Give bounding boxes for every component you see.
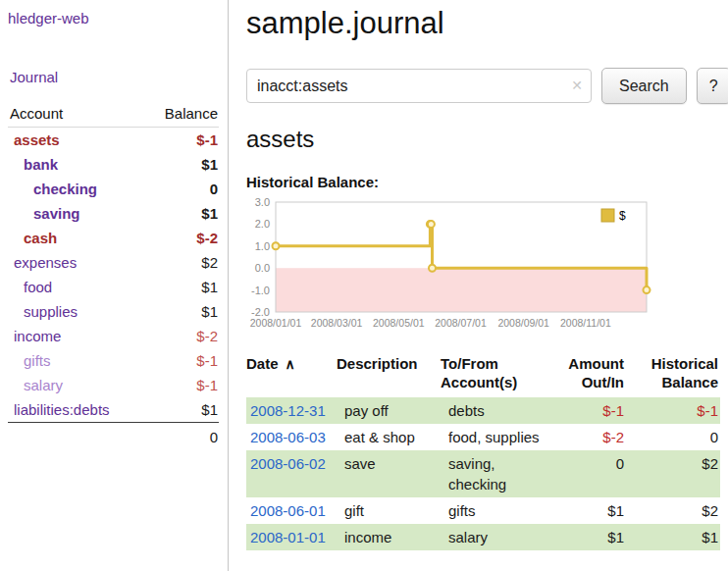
svg-text:2008/01/01: 2008/01/01 xyxy=(250,317,302,329)
transaction-description: pay off xyxy=(337,397,441,424)
register-row: 2008-06-03 eat & shop food, supplies $-2… xyxy=(246,424,720,450)
account-row-liabilities-debts: liabilities:debts $1 xyxy=(8,397,219,423)
accounts-header-account: Account xyxy=(8,102,143,128)
account-link-liabilities-debts[interactable]: liabilities:debts xyxy=(14,401,110,418)
clear-search-icon[interactable]: ✕ xyxy=(571,78,583,93)
register-header-row: Date∧ Description To/From Account(s) Amo… xyxy=(246,352,720,397)
sidebar: hledger-web Journal Account Balance asse… xyxy=(0,0,229,571)
transaction-balance: $1 xyxy=(632,524,720,550)
account-balance: $1 xyxy=(143,299,219,324)
transaction-balance: 0 xyxy=(632,424,720,450)
account-balance: $-1 xyxy=(143,128,219,153)
svg-text:1.0: 1.0 xyxy=(255,240,270,252)
account-row-saving: saving $1 xyxy=(8,201,219,226)
header-line: To/From xyxy=(441,354,546,373)
account-row-supplies: supplies $1 xyxy=(8,299,219,324)
svg-text:2008/05/01: 2008/05/01 xyxy=(373,317,425,329)
header-line: Account(s) xyxy=(441,373,546,391)
search-button[interactable]: Search xyxy=(601,68,687,104)
header-line: Historical xyxy=(632,354,718,373)
search-input[interactable] xyxy=(246,69,592,103)
register-row: 2008-06-02 save saving, checking 0 $2 xyxy=(246,450,720,497)
account-balance: $1 xyxy=(143,201,219,226)
register-header-description: Description xyxy=(337,352,441,397)
transaction-accounts: salary xyxy=(441,524,554,550)
register-row: 2008-12-31 pay off debts $-1 $-1 xyxy=(246,397,720,424)
accounts-table: Account Balance assets $-1 bank $1 check… xyxy=(8,102,219,449)
account-link-assets[interactable]: assets xyxy=(14,131,60,148)
transaction-date-link[interactable]: 2008-01-01 xyxy=(250,529,326,545)
account-balance: $1 xyxy=(143,152,219,177)
transaction-accounts: saving, checking xyxy=(441,450,554,497)
hledger-web-app: hledger-web Journal Account Balance asse… xyxy=(0,0,728,571)
sort-asc-icon: ∧ xyxy=(286,356,295,372)
accounts-header-row: Account Balance xyxy=(8,102,219,128)
transaction-amount: $1 xyxy=(554,524,632,550)
account-link-saving[interactable]: saving xyxy=(33,205,80,222)
search-box: ✕ xyxy=(246,69,592,103)
account-row-cash: cash $-2 xyxy=(8,226,219,250)
account-link-cash[interactable]: cash xyxy=(24,230,57,246)
transaction-accounts: debts xyxy=(441,397,554,424)
transaction-amount: $1 xyxy=(554,497,632,524)
register-header-balance: Historical Balance xyxy=(632,352,720,397)
account-link-bank[interactable]: bank xyxy=(24,156,58,173)
account-row-expenses: expenses $2 xyxy=(8,250,219,275)
account-link-expenses[interactable]: expenses xyxy=(14,254,77,271)
app-title-link[interactable]: hledger-web xyxy=(8,10,219,26)
svg-text:2008/07/01: 2008/07/01 xyxy=(435,317,487,329)
header-line: Balance xyxy=(632,373,718,391)
header-line: Out/In xyxy=(554,373,624,391)
chart-title: Historical Balance: xyxy=(246,174,728,190)
account-balance: $1 xyxy=(143,275,219,299)
transaction-date-link[interactable]: 2008-06-03 xyxy=(250,429,326,445)
historical-balance-chart[interactable]: 3.02.01.00.0-1.0-2.02008/01/012008/03/01… xyxy=(246,196,728,339)
svg-text:3.0: 3.0 xyxy=(255,196,270,208)
transaction-date-link[interactable]: 2008-12-31 xyxy=(250,402,326,419)
header-line: Amount xyxy=(554,354,624,373)
account-link-supplies[interactable]: supplies xyxy=(24,303,78,320)
register-header-amount: Amount Out/In xyxy=(554,352,632,397)
svg-text:-1.0: -1.0 xyxy=(251,285,270,296)
account-balance: $-1 xyxy=(143,373,219,397)
header-date-label: Date xyxy=(246,355,279,372)
transaction-date-link[interactable]: 2008-06-02 xyxy=(250,455,326,472)
accounts-header-balance: Balance xyxy=(143,102,219,128)
svg-text:2.0: 2.0 xyxy=(255,218,270,230)
account-link-checking[interactable]: checking xyxy=(33,181,97,197)
accounts-total-row: 0 xyxy=(8,423,219,450)
account-balance: 0 xyxy=(143,177,219,201)
register-row: 2008-01-01 income salary $1 $1 xyxy=(246,524,720,550)
account-balance: $1 xyxy=(143,397,219,423)
account-balance: $-2 xyxy=(143,324,219,348)
svg-text:2008/03/01: 2008/03/01 xyxy=(311,317,363,329)
account-row-food: food $1 xyxy=(8,275,219,299)
account-heading: assets xyxy=(246,126,728,153)
register-header-accounts: To/From Account(s) xyxy=(441,352,554,397)
account-balance: $-2 xyxy=(143,226,219,250)
help-button[interactable]: ? xyxy=(697,68,728,104)
account-link-gifts[interactable]: gifts xyxy=(24,352,51,369)
account-row-gifts: gifts $-1 xyxy=(8,348,219,373)
account-link-food[interactable]: food xyxy=(24,279,52,295)
main-content: sample.journal ✕ Search ? assets Histori… xyxy=(229,0,728,571)
transaction-balance: $2 xyxy=(632,450,720,497)
transaction-accounts: gifts xyxy=(441,497,554,524)
transaction-balance: $2 xyxy=(632,497,720,524)
nav-journal-link[interactable]: Journal xyxy=(8,69,219,85)
register-table: Date∧ Description To/From Account(s) Amo… xyxy=(246,352,720,550)
transaction-description: income xyxy=(337,524,441,550)
account-balance: $2 xyxy=(143,250,219,275)
transaction-description: save xyxy=(337,450,441,497)
account-link-income[interactable]: income xyxy=(14,328,61,344)
account-link-salary[interactable]: salary xyxy=(24,377,63,393)
search-form: ✕ Search ? xyxy=(246,68,728,104)
transaction-accounts: food, supplies xyxy=(441,424,554,450)
account-row-assets: assets $-1 xyxy=(8,128,219,153)
transaction-amount: $-1 xyxy=(554,397,632,424)
svg-text:2008/11/01: 2008/11/01 xyxy=(560,317,611,329)
account-balance: $-1 xyxy=(143,348,219,373)
transaction-date-link[interactable]: 2008-06-01 xyxy=(250,502,326,519)
transaction-description: gift xyxy=(337,497,441,524)
register-header-date[interactable]: Date∧ xyxy=(246,352,337,397)
